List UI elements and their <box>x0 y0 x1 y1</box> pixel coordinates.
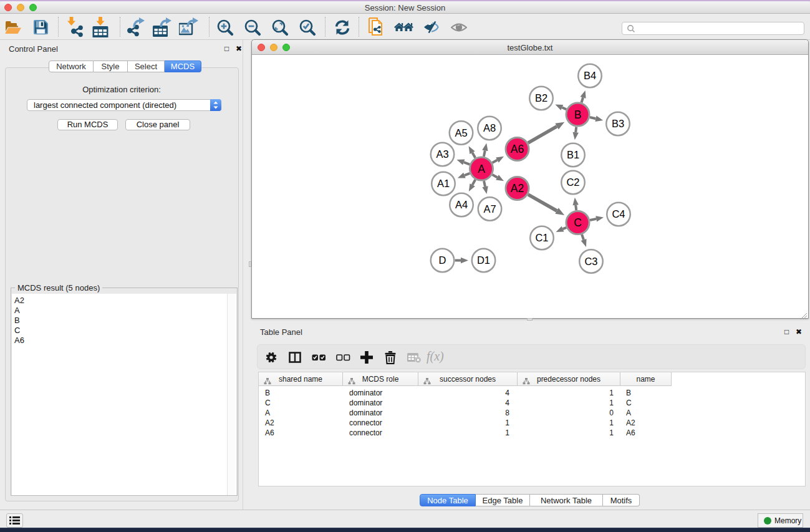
svg-text:C1: C1 <box>535 232 548 243</box>
svg-text:D: D <box>439 254 446 266</box>
svg-text:A7: A7 <box>483 203 496 215</box>
svg-text:B3: B3 <box>612 118 624 129</box>
svg-text:A2: A2 <box>511 182 524 195</box>
svg-text:C4: C4 <box>612 208 625 220</box>
svg-text:A3: A3 <box>436 148 448 160</box>
svg-text:A1: A1 <box>437 178 450 189</box>
svg-text:B1: B1 <box>567 149 579 160</box>
svg-text:B4: B4 <box>584 70 596 81</box>
svg-text:C: C <box>574 216 582 229</box>
svg-text:D1: D1 <box>477 254 490 266</box>
svg-text:B2: B2 <box>535 92 547 104</box>
svg-text:f(x): f(x) <box>427 351 444 364</box>
svg-text:A6: A6 <box>511 143 524 155</box>
svg-text:A4: A4 <box>455 199 468 210</box>
svg-text:C3: C3 <box>584 256 597 267</box>
svg-text:A8: A8 <box>483 122 496 133</box>
svg-text:C2: C2 <box>566 177 579 188</box>
svg-text:A: A <box>478 163 485 175</box>
svg-text:B: B <box>574 109 582 121</box>
svg-text:A5: A5 <box>455 127 467 138</box>
